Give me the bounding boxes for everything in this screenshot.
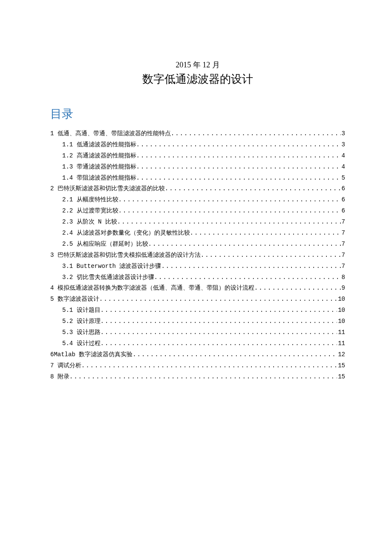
toc-leader-dots	[154, 272, 341, 283]
toc-entry[interactable]: 2.1 从幅度特性比较6	[50, 195, 345, 206]
toc-leader-dots	[69, 372, 337, 383]
toc-leader-dots	[161, 261, 340, 272]
toc-entry[interactable]: 1.1 低通滤波器的性能指标3	[50, 139, 345, 151]
toc-entry-label: 6Matlab 数字滤波器仿真实验	[50, 349, 133, 360]
toc-entry-label: 1 低通、高通、带通、带阻滤波器的性能特点	[50, 128, 171, 139]
toc-entry-page: 7	[341, 239, 345, 250]
toc-entry-page: 11	[337, 338, 345, 349]
toc-entry-label: 2.3 从阶次 N 比较	[62, 217, 117, 228]
toc-leader-dots	[101, 305, 337, 316]
toc-entry-page: 12	[337, 349, 345, 360]
toc-entry-label: 3.2 切比雪夫低通滤波器设计步骤	[62, 272, 154, 283]
toc-heading: 目录	[50, 106, 345, 122]
toc-entry-label: 2.2 从过渡带宽比较	[62, 206, 118, 217]
toc-leader-dots	[136, 139, 341, 151]
toc-entry-label: 2.4 从滤波器对参数量化（变化）的灵敏性比较	[62, 228, 190, 239]
toc-entry[interactable]: 3 巴特沃斯滤波器和切比雪夫模拟低通滤波器的设计方法7	[50, 250, 345, 261]
toc-entry-page: 15	[337, 372, 345, 383]
toc-entry-label: 1.1 低通滤波器的性能指标	[62, 139, 136, 151]
toc-entry-label: 5.4 设计过程	[62, 338, 101, 349]
toc-leader-dots	[190, 228, 341, 239]
toc-leader-dots	[101, 338, 337, 349]
toc-entry[interactable]: 1.3 带通滤波器的性能指标4	[50, 162, 345, 173]
toc-entry-page: 3	[341, 128, 345, 139]
toc-entry-page: 8	[341, 272, 345, 283]
toc-entry[interactable]: 3.1 Butterworth 滤波器设计步骤7	[50, 261, 345, 272]
toc-entry-label: 5.1 设计题目	[62, 305, 101, 316]
toc-leader-dots	[133, 349, 337, 360]
toc-entry[interactable]: 5.1 设计题目10	[50, 305, 345, 316]
toc-leader-dots	[171, 128, 341, 139]
toc-entry[interactable]: 1.4 带阻滤波器的性能指标5	[50, 173, 345, 184]
toc-entry[interactable]: 2.3 从阶次 N 比较7	[50, 217, 345, 228]
toc-entry-label: 5 数字滤波器设计	[50, 294, 99, 305]
toc-entry[interactable]: 6Matlab 数字滤波器仿真实验12	[50, 349, 345, 360]
toc-leader-dots	[118, 195, 341, 206]
toc-entry[interactable]: 2.2 从过渡带宽比较6	[50, 206, 345, 217]
toc-entry[interactable]: 1 低通、高通、带通、带阻滤波器的性能特点3	[50, 128, 345, 139]
toc-entry[interactable]: 2 巴特沃斯滤波器和切比雪夫滤波器的比较6	[50, 183, 345, 195]
toc-entry[interactable]: 3.2 切比雪夫低通滤波器设计步骤8	[50, 272, 345, 283]
toc-leader-dots	[99, 294, 337, 305]
toc-entry-label: 5.3 设计思路	[62, 327, 101, 338]
toc-leader-dots	[148, 239, 341, 250]
toc-entry[interactable]: 5.2 设计原理10	[50, 316, 345, 327]
toc-entry[interactable]: 8 附录15	[50, 372, 345, 383]
toc-entry-label: 7 调试分析	[50, 360, 81, 372]
toc-entry-page: 6	[341, 195, 345, 206]
toc-entry-label: 1.3 带通滤波器的性能指标	[62, 162, 136, 173]
toc-entry-page: 7	[341, 217, 345, 228]
main-title: 数字低通滤波器的设计	[50, 72, 345, 87]
toc-entry-page: 6	[341, 183, 345, 195]
toc-entry-page: 9	[341, 283, 345, 294]
toc-entry-page: 15	[337, 360, 345, 372]
toc-entry-page: 4	[341, 151, 345, 162]
toc-entry[interactable]: 1.2 高通滤波器的性能指标4	[50, 151, 345, 162]
toc-entry-page: 11	[337, 327, 345, 338]
toc-entry-label: 2.1 从幅度特性比较	[62, 195, 118, 206]
toc-entry-label: 1.4 带阻滤波器的性能指标	[62, 173, 136, 184]
toc-entry-label: 2.5 从相应响应（群延时）比较	[62, 239, 148, 250]
toc-entry-label: 2 巴特沃斯滤波器和切比雪夫滤波器的比较	[50, 183, 165, 195]
toc-entry-page: 10	[337, 305, 345, 316]
toc-entry-page: 6	[341, 206, 345, 217]
toc-entry-label: 4 模拟低通滤波器转换为数字滤波器（低通、高通、带通、带阻）的设计流程	[50, 283, 254, 294]
toc-leader-dots	[136, 173, 341, 184]
toc-entry[interactable]: 5.4 设计过程11	[50, 338, 345, 349]
toc-entry-label: 3.1 Butterworth 滤波器设计步骤	[62, 261, 161, 272]
toc-entry-page: 7	[341, 250, 345, 261]
toc-entry-page: 10	[337, 316, 345, 327]
toc-leader-dots	[81, 360, 337, 372]
toc-leader-dots	[165, 183, 341, 195]
toc-entry-label: 1.2 高通滤波器的性能指标	[62, 151, 136, 162]
toc-entry[interactable]: 4 模拟低通滤波器转换为数字滤波器（低通、高通、带通、带阻）的设计流程9	[50, 283, 345, 294]
toc-leader-dots	[101, 327, 337, 338]
toc-entry[interactable]: 5.3 设计思路11	[50, 327, 345, 338]
toc-leader-dots	[201, 250, 341, 261]
toc-entry-page: 4	[341, 162, 345, 173]
toc-entry[interactable]: 5 数字滤波器设计10	[50, 294, 345, 305]
table-of-contents: 1 低通、高通、带通、带阻滤波器的性能特点31.1 低通滤波器的性能指标31.2…	[50, 128, 345, 382]
toc-leader-dots	[101, 316, 337, 327]
toc-leader-dots	[254, 283, 341, 294]
toc-entry-label: 3 巴特沃斯滤波器和切比雪夫模拟低通滤波器的设计方法	[50, 250, 201, 261]
toc-entry-page: 7	[341, 261, 345, 272]
toc-leader-dots	[118, 206, 341, 217]
toc-entry-label: 8 附录	[50, 372, 69, 383]
toc-entry[interactable]: 7 调试分析15	[50, 360, 345, 372]
toc-entry-page: 5	[341, 173, 345, 184]
toc-entry-page: 7	[341, 228, 345, 239]
toc-entry[interactable]: 2.4 从滤波器对参数量化（变化）的灵敏性比较7	[50, 228, 345, 239]
toc-entry-page: 10	[337, 294, 345, 305]
toc-leader-dots	[136, 151, 341, 162]
toc-entry-page: 3	[341, 139, 345, 151]
date-line: 2015 年 12 月	[50, 60, 345, 70]
toc-leader-dots	[117, 217, 341, 228]
toc-entry-label: 5.2 设计原理	[62, 316, 101, 327]
toc-leader-dots	[136, 162, 341, 173]
toc-entry[interactable]: 2.5 从相应响应（群延时）比较7	[50, 239, 345, 250]
document-page: 2015 年 12 月 数字低通滤波器的设计 目录 1 低通、高通、带通、带阻滤…	[0, 0, 392, 408]
